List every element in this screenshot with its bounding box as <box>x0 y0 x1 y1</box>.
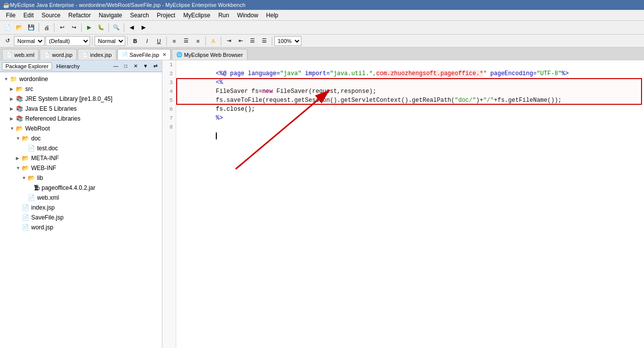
prev-btn[interactable]: ◀ <box>126 22 137 33</box>
tree-item-jre[interactable]: ▶ 📚 JRE System Library [jre1.8.0_45] <box>0 94 162 104</box>
style-combo[interactable]: Normal <box>14 36 45 46</box>
print-btn[interactable]: 🖨 <box>41 22 52 33</box>
tree-item-javaee[interactable]: ▶ 📚 Java EE 5 Libraries <box>0 104 162 114</box>
code-line-3: FileSaver fs=new FileSaver(request,respo… <box>180 78 640 87</box>
search-btn[interactable]: 🔍 <box>111 22 122 33</box>
arrow-src: ▶ <box>10 87 16 91</box>
new-btn[interactable]: 📄 <box>2 22 13 33</box>
sidebar-sync-btn[interactable]: ⇄ <box>151 62 160 71</box>
tree-item-src[interactable]: ▶ 📂 src <box>0 84 162 94</box>
tab-index-jsp[interactable]: 📄 index.jsp <box>78 49 116 60</box>
list-btn[interactable]: ☰ <box>247 36 258 46</box>
redo-btn[interactable]: ↪ <box>68 22 79 33</box>
code-class-3: FileSaver fs <box>216 88 258 95</box>
tree-item-doc[interactable]: ▼ 📂 doc <box>0 133 162 143</box>
tree-item-meta-inf[interactable]: ▶ 📂 META-INF <box>0 153 162 163</box>
italic-btn[interactable]: I <box>142 36 152 46</box>
tree-item-web-xml[interactable]: 📄 web.xml <box>0 193 162 203</box>
underline-btn[interactable]: U <box>153 36 164 46</box>
sidebar-close-btn[interactable]: ✕ <box>131 62 140 71</box>
code-highlight-1: com.zhuozhengsoft.pageoffice.* <box>376 70 483 77</box>
sidebar-tabs: Package Explorer Hierarchy <box>2 62 83 70</box>
bold-btn[interactable]: B <box>130 36 141 46</box>
run-btn[interactable]: ▶ <box>84 22 95 33</box>
menu-project[interactable]: Project <box>153 11 179 20</box>
align-right-btn[interactable]: ≡ <box>193 36 203 46</box>
icon-web-xml-t: 📄 <box>28 194 35 201</box>
outdent-btn[interactable]: ⇤ <box>235 36 246 46</box>
align-left-btn[interactable]: ≡ <box>169 36 180 46</box>
debug-btn[interactable]: 🐛 <box>96 22 106 33</box>
close-savefile-tab[interactable]: ✕ <box>162 52 166 57</box>
sidebar-maximize-btn[interactable]: □ <box>121 62 130 71</box>
sidebar-minimize-btn[interactable]: — <box>111 62 120 71</box>
label-meta-inf: META-INF <box>31 155 59 162</box>
label-reflibs: Referenced Libraries <box>25 115 80 122</box>
menu-refactor[interactable]: Refactor <box>64 11 95 20</box>
zoom-combo[interactable]: 100% <box>274 36 301 46</box>
label-doc: doc <box>31 135 41 142</box>
icon-jar: 🗜 <box>34 184 40 191</box>
code-content[interactable]: <%@ page language="java" import="java.ut… <box>176 60 644 348</box>
tree-item-savefile-jsp[interactable]: 📄 SaveFile.jsp <box>0 213 162 222</box>
arrow-javaee: ▶ <box>10 106 16 111</box>
indent-btn[interactable]: ⇥ <box>223 36 234 46</box>
menu-help[interactable]: Help <box>262 11 283 20</box>
code-str-1d: "UTF-8" <box>537 70 561 77</box>
sidebar-tab-package-explorer[interactable]: Package Explorer <box>2 62 52 70</box>
tree-item-pageoffice-jar[interactable]: 🗜 pageoffice4.4.0.2.jar <box>0 183 162 193</box>
next-btn[interactable]: ▶ <box>138 22 149 33</box>
icon-doc: 📂 <box>22 135 29 142</box>
tab-bar: 📄 web.xml 📄 word.jsp 📄 index.jsp 📄 SaveF… <box>0 47 644 60</box>
tree-item-reflibs[interactable]: ▶ 📚 Referenced Libraries <box>0 114 162 124</box>
tree-item-wordonline[interactable]: ▼ 📁 wordonline <box>0 74 162 84</box>
highlight-btn[interactable]: A <box>208 36 219 46</box>
label-javaee: Java EE 5 Libraries <box>25 105 77 112</box>
icon-savefile-t: 📄 <box>22 214 29 221</box>
menu-file[interactable]: File <box>2 11 19 20</box>
sep3 <box>81 23 82 32</box>
menu-run[interactable]: Run <box>214 11 233 20</box>
menu-window[interactable]: Window <box>233 11 262 20</box>
icon-src: 📂 <box>16 86 23 92</box>
label-src: src <box>25 86 33 92</box>
tree-item-web-inf[interactable]: ▼ 📂 WEB-INF <box>0 163 162 173</box>
tab-label-browser: MyEclipse Web Browser <box>184 52 243 58</box>
menu-myeclipse[interactable]: MyEclipse <box>179 11 214 20</box>
label-jre: JRE System Library [jre1.8.0_45] <box>25 95 112 102</box>
icon-reflibs: 📚 <box>16 115 23 122</box>
menu-source[interactable]: Source <box>38 11 64 20</box>
tree-item-word-jsp[interactable]: 📄 word.jsp <box>0 222 162 232</box>
numlist-btn[interactable]: ☰ <box>259 36 270 46</box>
sep11 <box>272 37 272 45</box>
menu-navigate[interactable]: Navigate <box>95 11 126 20</box>
icon-wordonline: 📁 <box>10 76 17 83</box>
refresh-btn[interactable]: ↺ <box>2 36 13 46</box>
code-line-7 <box>180 114 640 123</box>
sidebar-menu-btn[interactable]: ▼ <box>141 62 150 71</box>
tab-browser[interactable]: 🌐 MyEclipse Web Browser <box>172 49 248 60</box>
format-combo[interactable]: Normal <box>95 36 125 46</box>
tab-web-xml[interactable]: 📄 web.xml <box>2 49 39 60</box>
sidebar-tab-hierarchy[interactable]: Hierarchy <box>53 62 83 70</box>
menu-edit[interactable]: Edit <box>19 11 38 20</box>
tree-item-test-doc[interactable]: 📄 test.doc <box>0 143 162 153</box>
save-btn[interactable]: 💾 <box>26 22 37 33</box>
tab-label-savefile-jsp: SaveFile.jsp <box>130 52 159 58</box>
undo-btn[interactable]: ↩ <box>56 22 67 33</box>
menu-search[interactable]: Search <box>126 11 153 20</box>
sidebar: Package Explorer Hierarchy — □ ✕ ▼ ⇄ ▼ 📁… <box>0 60 162 348</box>
tab-savefile-jsp[interactable]: 📄 SaveFile.jsp ✕ <box>117 49 171 60</box>
label-word-jsp-t: word.jsp <box>31 224 53 231</box>
tab-icon-web-xml: 📄 <box>6 52 12 57</box>
font-combo[interactable]: (Default) <box>46 36 90 46</box>
code-editor[interactable]: 1 2 3 4 5 6 7 8 <%@ page language="java"… <box>162 60 644 348</box>
tree-item-index-jsp[interactable]: 📄 index.jsp <box>0 203 162 213</box>
open-btn[interactable]: 📂 <box>14 22 25 33</box>
tree-item-lib[interactable]: ▼ 📂 lib <box>0 173 162 183</box>
code-plain-4c: +fs.getFileName()); <box>494 97 562 104</box>
code-cursor <box>216 132 217 139</box>
align-center-btn[interactable]: ☰ <box>181 36 192 46</box>
tree-item-webroot[interactable]: ▼ 📂 WebRoot <box>0 124 162 133</box>
tab-word-jsp[interactable]: 📄 word.jsp <box>40 49 77 60</box>
